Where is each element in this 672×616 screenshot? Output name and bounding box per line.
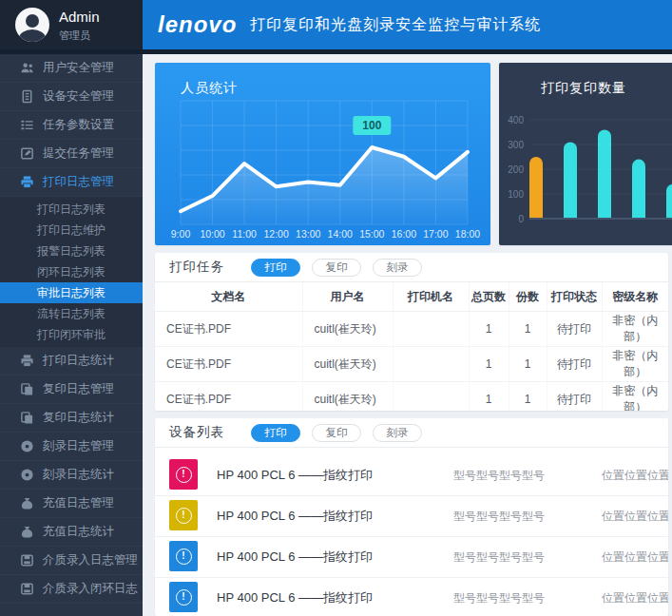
sidebar-item-label: 复印日志统计 bbox=[43, 410, 114, 426]
device-name: HP 400 PCL 6 ——指纹打印 bbox=[217, 589, 373, 606]
disc-icon bbox=[19, 468, 34, 483]
svg-text:18:00: 18:00 bbox=[455, 228, 480, 240]
device-row[interactable]: !HP 400 PCL 6 ——指纹打印型号型号型号型号位置位置位置 bbox=[155, 496, 668, 537]
table-cell: cuitl(崔天玲) bbox=[302, 382, 393, 412]
sidebar-item-label: 介质录入日志管理 bbox=[43, 552, 138, 568]
sidebar-item-label: 打印日志统计 bbox=[43, 353, 114, 369]
svg-text:12:00: 12:00 bbox=[264, 228, 289, 240]
sidebar-item-6[interactable]: 复印日志管理 bbox=[0, 375, 143, 404]
device-list-tab-0[interactable]: 打印 bbox=[251, 424, 300, 442]
printer-icon bbox=[19, 175, 34, 190]
avatar[interactable] bbox=[15, 8, 49, 42]
svg-text:0: 0 bbox=[518, 214, 524, 224]
sidebar-subitem-4[interactable]: 审批日志列表 bbox=[0, 282, 143, 303]
sidebar-item-label: 刻录日志统计 bbox=[43, 467, 114, 483]
disc-icon bbox=[19, 439, 34, 454]
sidebar-subitem-1[interactable]: 打印日志维护 bbox=[0, 220, 143, 241]
print-tasks-tab-1[interactable]: 复印 bbox=[312, 259, 361, 277]
exclamation-circle-icon: ! bbox=[176, 549, 192, 565]
sidebar-subitem-0[interactable]: 打印日志列表 bbox=[0, 199, 143, 220]
table-row[interactable]: CE证书.PDFcuitl(崔天玲)11待打印非密（内部） bbox=[155, 312, 668, 347]
sidebar-item-1[interactable]: 设备安全管理 bbox=[0, 83, 143, 111]
svg-text:16:00: 16:00 bbox=[392, 228, 416, 240]
sidebar-item-10[interactable]: 充值日志管理 bbox=[0, 490, 143, 518]
print-tasks-panel: 打印任务 打印复印刻录 文档名用户名打印机名总页数份数打印状态密级名称 CE证书… bbox=[155, 253, 668, 411]
sidebar-item-label: 用户安全管理 bbox=[43, 60, 114, 76]
device-status-icon: ! bbox=[169, 541, 198, 571]
header-divider bbox=[0, 49, 672, 54]
table-cell: 1 bbox=[469, 347, 509, 382]
sidebar-item-0[interactable]: 用户安全管理 bbox=[0, 54, 143, 83]
table-cell: 1 bbox=[469, 312, 509, 347]
svg-text:100: 100 bbox=[362, 119, 381, 132]
print-tasks-title: 打印任务 bbox=[169, 259, 224, 276]
sidebar-subitem-5[interactable]: 流转日志列表 bbox=[0, 303, 143, 324]
sidebar-item-label: 复印日志管理 bbox=[43, 381, 114, 397]
user-role: 管理员 bbox=[59, 29, 90, 43]
svg-text:15:00: 15:00 bbox=[359, 228, 384, 240]
copy-icon bbox=[19, 411, 34, 426]
sidebar-item-9[interactable]: 刻录日志统计 bbox=[0, 461, 143, 490]
sidebar-item-2[interactable]: 任务参数设置 bbox=[0, 111, 143, 140]
device-list-tab-2[interactable]: 刻录 bbox=[373, 424, 422, 442]
sidebar-item-3[interactable]: 提交任务管理 bbox=[0, 140, 143, 168]
app-title: 打印复印和光盘刻录安全监控与审计系统 bbox=[250, 15, 541, 35]
device-name: HP 400 PCL 6 ——指纹打印 bbox=[217, 508, 373, 525]
sidebar-item-11[interactable]: 充值日志统计 bbox=[0, 518, 143, 547]
print-tasks-tabs: 打印复印刻录 bbox=[251, 259, 422, 277]
sidebar-item-13[interactable]: 介质录入闭环日志 bbox=[0, 575, 143, 604]
device-list-tab-1[interactable]: 复印 bbox=[312, 424, 361, 442]
col-header: 份数 bbox=[509, 282, 547, 312]
table-row[interactable]: CE证书.PDFcuitl(崔天玲)11待打印非密（内部） bbox=[155, 382, 668, 412]
svg-text:13:00: 13:00 bbox=[296, 228, 320, 240]
table-cell bbox=[393, 312, 469, 347]
table-row[interactable]: CE证书.PDFcuitl(崔天玲)11待打印非密（内部） bbox=[155, 347, 668, 382]
device-name: HP 400 PCL 6 ——指纹打印 bbox=[217, 549, 373, 566]
sidebar-item-8[interactable]: 刻录日志管理 bbox=[0, 433, 143, 461]
table-cell: 待打印 bbox=[547, 347, 602, 382]
svg-text:10:00: 10:00 bbox=[200, 228, 224, 240]
recharge-icon bbox=[19, 496, 34, 511]
sidebar-item-label: 任务参数设置 bbox=[43, 117, 114, 133]
device-list-tabs: 打印复印刻录 bbox=[251, 424, 422, 442]
device-location: 位置位置位置 bbox=[602, 590, 668, 606]
sidebar-menu: 用户安全管理设备安全管理任务参数设置提交任务管理打印日志管理打印日志列表打印日志… bbox=[0, 54, 143, 604]
print-tasks-header: 打印任务 打印复印刻录 bbox=[155, 253, 668, 282]
sidebar-item-12[interactable]: 介质录入日志管理 bbox=[0, 547, 143, 575]
device-location: 位置位置位置 bbox=[602, 549, 668, 566]
sidebar: Admin 管理员 用户安全管理设备安全管理任务参数设置提交任务管理打印日志管理… bbox=[0, 0, 143, 616]
sidebar-item-label: 提交任务管理 bbox=[43, 145, 114, 162]
device-row[interactable]: !HP 400 PCL 6 ——指纹打印型号型号型号型号位置位置位置 bbox=[155, 455, 668, 496]
sidebar-item-label: 介质录入闭环日志 bbox=[43, 581, 138, 597]
sidebar-item-label: 充值日志管理 bbox=[43, 495, 114, 511]
device-model: 型号型号型号型号 bbox=[453, 468, 545, 484]
sidebar-subitem-2[interactable]: 报警日志列表 bbox=[0, 241, 143, 261]
sidebar-subitem-3[interactable]: 闭环日志列表 bbox=[0, 261, 143, 282]
sidebar-subitem-6[interactable]: 打印闭环审批 bbox=[0, 324, 143, 345]
col-header: 密级名称 bbox=[602, 282, 668, 312]
svg-text:100: 100 bbox=[508, 189, 524, 200]
col-header: 总页数 bbox=[469, 282, 509, 312]
sidebar-item-5[interactable]: 打印日志统计 bbox=[0, 347, 143, 375]
device-status-icon: ! bbox=[169, 500, 198, 530]
users-icon bbox=[19, 61, 34, 76]
device-model: 型号型号型号型号 bbox=[453, 549, 545, 566]
print-copy-chart-panel: 4003002001000 打印复印数量 bbox=[499, 63, 672, 245]
sidebar-item-4[interactable]: 打印日志管理 bbox=[0, 168, 143, 197]
exclamation-circle-icon: ! bbox=[176, 589, 192, 606]
table-cell bbox=[393, 382, 469, 412]
exclamation-circle-icon: ! bbox=[176, 508, 192, 524]
sidebar-item-label: 充值日志统计 bbox=[43, 524, 114, 540]
device-list-panel: 设备列表 打印复印刻录 !HP 400 PCL 6 ——指纹打印型号型号型号型号… bbox=[155, 418, 668, 616]
print-tasks-tab-2[interactable]: 刻录 bbox=[373, 259, 422, 277]
svg-text:11:00: 11:00 bbox=[232, 228, 257, 240]
sidebar-item-7[interactable]: 复印日志统计 bbox=[0, 404, 143, 433]
col-header: 文档名 bbox=[155, 282, 302, 312]
table-cell: 1 bbox=[509, 347, 547, 382]
device-row[interactable]: !HP 400 PCL 6 ——指纹打印型号型号型号型号位置位置位置 bbox=[155, 537, 668, 578]
svg-text:300: 300 bbox=[508, 140, 524, 150]
print-tasks-table: 文档名用户名打印机名总页数份数打印状态密级名称 CE证书.PDFcuitl(崔天… bbox=[155, 282, 668, 411]
table-cell: 非密（内部） bbox=[602, 382, 668, 412]
device-row[interactable]: !HP 400 PCL 6 ——指纹打印型号型号型号型号位置位置位置 bbox=[155, 578, 668, 616]
print-tasks-tab-0[interactable]: 打印 bbox=[251, 259, 300, 277]
